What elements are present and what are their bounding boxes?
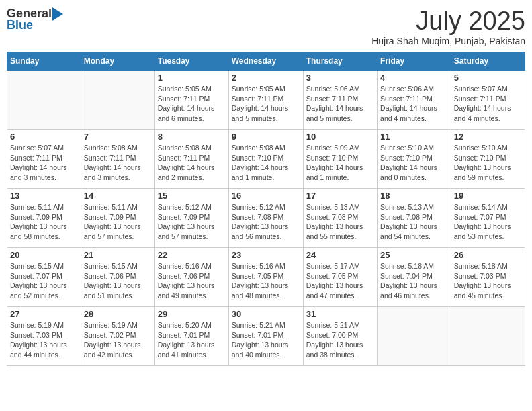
day-number: 6 bbox=[10, 132, 78, 142]
day-detail: Sunrise: 5:08 AM Sunset: 7:11 PM Dayligh… bbox=[84, 143, 152, 183]
day-detail: Sunrise: 5:15 AM Sunset: 7:06 PM Dayligh… bbox=[84, 261, 152, 301]
day-detail: Sunrise: 5:11 AM Sunset: 7:09 PM Dayligh… bbox=[84, 202, 152, 242]
day-number: 3 bbox=[306, 73, 374, 83]
day-detail: Sunrise: 5:06 AM Sunset: 7:11 PM Dayligh… bbox=[380, 84, 448, 124]
day-number: 16 bbox=[232, 191, 300, 201]
day-detail: Sunrise: 5:18 AM Sunset: 7:04 PM Dayligh… bbox=[380, 261, 448, 301]
title-area: July 2025 Hujra Shah Muqim, Punjab, Paki… bbox=[371, 7, 525, 46]
day-detail: Sunrise: 5:14 AM Sunset: 7:07 PM Dayligh… bbox=[454, 202, 522, 242]
day-number: 24 bbox=[306, 250, 374, 260]
table-row bbox=[81, 71, 154, 130]
day-number: 11 bbox=[380, 132, 448, 142]
day-number: 8 bbox=[158, 132, 226, 142]
calendar-week-row: 1Sunrise: 5:05 AM Sunset: 7:11 PM Daylig… bbox=[7, 71, 525, 130]
day-detail: Sunrise: 5:08 AM Sunset: 7:10 PM Dayligh… bbox=[232, 143, 300, 183]
calendar-week-row: 13Sunrise: 5:11 AM Sunset: 7:09 PM Dayli… bbox=[7, 189, 525, 248]
table-row: 10Sunrise: 5:09 AM Sunset: 7:10 PM Dayli… bbox=[303, 130, 377, 189]
day-number: 26 bbox=[454, 250, 522, 260]
calendar-week-row: 20Sunrise: 5:15 AM Sunset: 7:07 PM Dayli… bbox=[7, 248, 525, 307]
table-row: 16Sunrise: 5:12 AM Sunset: 7:08 PM Dayli… bbox=[228, 189, 303, 248]
day-detail: Sunrise: 5:20 AM Sunset: 7:01 PM Dayligh… bbox=[158, 320, 226, 360]
day-detail: Sunrise: 5:13 AM Sunset: 7:08 PM Dayligh… bbox=[306, 202, 374, 242]
day-number: 27 bbox=[10, 309, 78, 319]
day-detail: Sunrise: 5:06 AM Sunset: 7:11 PM Dayligh… bbox=[306, 84, 374, 124]
day-detail: Sunrise: 5:17 AM Sunset: 7:05 PM Dayligh… bbox=[306, 261, 374, 301]
day-number: 21 bbox=[84, 250, 152, 260]
logo-icon bbox=[52, 7, 63, 21]
day-number: 20 bbox=[10, 250, 78, 260]
table-row: 31Sunrise: 5:21 AM Sunset: 7:00 PM Dayli… bbox=[303, 307, 377, 366]
table-row: 3Sunrise: 5:06 AM Sunset: 7:11 PM Daylig… bbox=[303, 71, 377, 130]
table-row: 29Sunrise: 5:20 AM Sunset: 7:01 PM Dayli… bbox=[154, 307, 228, 366]
day-number: 18 bbox=[380, 191, 448, 201]
table-row: 27Sunrise: 5:19 AM Sunset: 7:03 PM Dayli… bbox=[7, 307, 81, 366]
table-row bbox=[378, 307, 451, 366]
table-row: 17Sunrise: 5:13 AM Sunset: 7:08 PM Dayli… bbox=[303, 189, 377, 248]
table-row: 13Sunrise: 5:11 AM Sunset: 7:09 PM Dayli… bbox=[7, 189, 81, 248]
day-number: 30 bbox=[232, 309, 300, 319]
day-number: 17 bbox=[306, 191, 374, 201]
header-tuesday: Tuesday bbox=[154, 52, 228, 71]
calendar-table: Sunday Monday Tuesday Wednesday Thursday… bbox=[7, 52, 525, 366]
day-number: 2 bbox=[232, 73, 300, 83]
calendar-week-row: 6Sunrise: 5:07 AM Sunset: 7:11 PM Daylig… bbox=[7, 130, 525, 189]
table-row: 4Sunrise: 5:06 AM Sunset: 7:11 PM Daylig… bbox=[378, 71, 451, 130]
day-detail: Sunrise: 5:19 AM Sunset: 7:02 PM Dayligh… bbox=[84, 320, 152, 360]
day-detail: Sunrise: 5:16 AM Sunset: 7:05 PM Dayligh… bbox=[232, 261, 300, 301]
header-sunday: Sunday bbox=[7, 52, 81, 71]
table-row: 20Sunrise: 5:15 AM Sunset: 7:07 PM Dayli… bbox=[7, 248, 81, 307]
table-row: 19Sunrise: 5:14 AM Sunset: 7:07 PM Dayli… bbox=[451, 189, 525, 248]
table-row: 18Sunrise: 5:13 AM Sunset: 7:08 PM Dayli… bbox=[378, 189, 451, 248]
table-row: 8Sunrise: 5:08 AM Sunset: 7:11 PM Daylig… bbox=[154, 130, 228, 189]
day-detail: Sunrise: 5:11 AM Sunset: 7:09 PM Dayligh… bbox=[10, 202, 78, 242]
day-detail: Sunrise: 5:10 AM Sunset: 7:10 PM Dayligh… bbox=[454, 143, 522, 183]
day-number: 12 bbox=[454, 132, 522, 142]
table-row: 1Sunrise: 5:05 AM Sunset: 7:11 PM Daylig… bbox=[154, 71, 228, 130]
header-monday: Monday bbox=[81, 52, 154, 71]
table-row: 24Sunrise: 5:17 AM Sunset: 7:05 PM Dayli… bbox=[303, 248, 377, 307]
table-row: 21Sunrise: 5:15 AM Sunset: 7:06 PM Dayli… bbox=[81, 248, 154, 307]
day-number: 19 bbox=[454, 191, 522, 201]
day-number: 10 bbox=[306, 132, 374, 142]
calendar-header-row: Sunday Monday Tuesday Wednesday Thursday… bbox=[7, 52, 525, 71]
day-detail: Sunrise: 5:13 AM Sunset: 7:08 PM Dayligh… bbox=[380, 202, 448, 242]
table-row: 6Sunrise: 5:07 AM Sunset: 7:11 PM Daylig… bbox=[7, 130, 81, 189]
table-row: 9Sunrise: 5:08 AM Sunset: 7:10 PM Daylig… bbox=[228, 130, 303, 189]
table-row bbox=[451, 307, 525, 366]
day-detail: Sunrise: 5:05 AM Sunset: 7:11 PM Dayligh… bbox=[232, 84, 300, 124]
logo-blue-text: Blue bbox=[7, 18, 33, 32]
table-row: 22Sunrise: 5:16 AM Sunset: 7:06 PM Dayli… bbox=[154, 248, 228, 307]
day-number: 1 bbox=[158, 73, 226, 83]
table-row: 5Sunrise: 5:07 AM Sunset: 7:11 PM Daylig… bbox=[451, 71, 525, 130]
day-number: 13 bbox=[10, 191, 78, 201]
month-title: July 2025 bbox=[371, 7, 525, 36]
location: Hujra Shah Muqim, Punjab, Pakistan bbox=[371, 36, 525, 46]
day-number: 9 bbox=[232, 132, 300, 142]
table-row: 30Sunrise: 5:21 AM Sunset: 7:01 PM Dayli… bbox=[228, 307, 303, 366]
logo: General Blue bbox=[7, 7, 64, 32]
table-row: 23Sunrise: 5:16 AM Sunset: 7:05 PM Dayli… bbox=[228, 248, 303, 307]
day-detail: Sunrise: 5:16 AM Sunset: 7:06 PM Dayligh… bbox=[158, 261, 226, 301]
header-friday: Friday bbox=[378, 52, 451, 71]
day-detail: Sunrise: 5:08 AM Sunset: 7:11 PM Dayligh… bbox=[158, 143, 226, 183]
day-detail: Sunrise: 5:21 AM Sunset: 7:01 PM Dayligh… bbox=[232, 320, 300, 360]
day-detail: Sunrise: 5:21 AM Sunset: 7:00 PM Dayligh… bbox=[306, 320, 374, 360]
day-number: 7 bbox=[84, 132, 152, 142]
header-thursday: Thursday bbox=[303, 52, 377, 71]
day-detail: Sunrise: 5:07 AM Sunset: 7:11 PM Dayligh… bbox=[10, 143, 78, 183]
page-header: General Blue July 2025 Hujra Shah Muqim,… bbox=[7, 7, 525, 46]
table-row: 25Sunrise: 5:18 AM Sunset: 7:04 PM Dayli… bbox=[378, 248, 451, 307]
day-detail: Sunrise: 5:18 AM Sunset: 7:03 PM Dayligh… bbox=[454, 261, 522, 301]
day-detail: Sunrise: 5:12 AM Sunset: 7:09 PM Dayligh… bbox=[158, 202, 226, 242]
table-row: 26Sunrise: 5:18 AM Sunset: 7:03 PM Dayli… bbox=[451, 248, 525, 307]
day-number: 22 bbox=[158, 250, 226, 260]
day-number: 4 bbox=[380, 73, 448, 83]
day-number: 28 bbox=[84, 309, 152, 319]
day-detail: Sunrise: 5:12 AM Sunset: 7:08 PM Dayligh… bbox=[232, 202, 300, 242]
table-row: 28Sunrise: 5:19 AM Sunset: 7:02 PM Dayli… bbox=[81, 307, 154, 366]
day-number: 31 bbox=[306, 309, 374, 319]
day-detail: Sunrise: 5:05 AM Sunset: 7:11 PM Dayligh… bbox=[158, 84, 226, 124]
table-row: 15Sunrise: 5:12 AM Sunset: 7:09 PM Dayli… bbox=[154, 189, 228, 248]
table-row: 14Sunrise: 5:11 AM Sunset: 7:09 PM Dayli… bbox=[81, 189, 154, 248]
table-row: 12Sunrise: 5:10 AM Sunset: 7:10 PM Dayli… bbox=[451, 130, 525, 189]
